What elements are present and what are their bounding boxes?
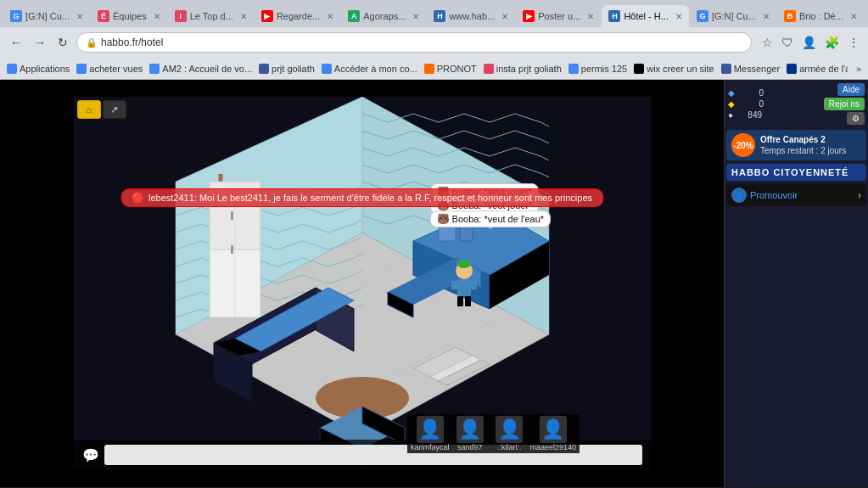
habbo-citoyennete[interactable]: HABBO CITOYENNETÉ <box>726 164 866 181</box>
bookmarks-bar: Applications acheter vues AM2 : Accueil … <box>0 58 868 80</box>
forward-button[interactable]: → <box>31 34 49 51</box>
svg-rect-37 <box>457 279 471 296</box>
tab-close-t5[interactable]: ✕ <box>412 12 419 21</box>
bookmarks-more-button[interactable]: » <box>856 64 861 74</box>
lock-icon: 🔒 <box>86 37 98 48</box>
bottom-user-maaeel29140[interactable]: 👤 maaeel29140 <box>529 416 576 452</box>
svg-rect-41 <box>465 296 471 306</box>
svg-rect-14 <box>231 211 233 220</box>
bookmark-item[interactable]: wix creer un site <box>634 64 714 74</box>
back-button[interactable]: ← <box>7 34 25 51</box>
bookmark-item[interactable]: permis 125 <box>568 64 627 74</box>
browser-tab-t3[interactable]: I Le Top d... ✕ <box>168 5 254 27</box>
browser-tab-t8[interactable]: H Hôtel - H... ✕ <box>602 5 689 27</box>
tab-favicon-t6: H <box>434 10 445 22</box>
diamond-icon-gold: ◆ <box>728 99 735 109</box>
nav-bar: ← → ↻ 🔒 habbo.fr/hotel ☆ 🛡 👤 🧩 ⋮ <box>0 27 868 58</box>
bookmark-item[interactable]: prjt goliath <box>259 64 315 74</box>
user-avatar-0: 👤 <box>417 416 444 443</box>
bottom-user-karimfaycal[interactable]: 👤 karimfaycal <box>411 416 450 452</box>
svg-text:🚪: 🚪 <box>216 173 225 182</box>
tab-label-t1: [G:N] Cu... <box>25 11 70 21</box>
tab-close-t7[interactable]: ✕ <box>587 12 594 21</box>
extensions-button[interactable]: 🧩 <box>823 34 841 51</box>
rejoins-button[interactable]: Rejoi ns <box>824 98 865 110</box>
browser-tab-t4[interactable]: ▶ Regarde... ✕ <box>255 5 340 27</box>
tab-close-t4[interactable]: ✕ <box>327 12 333 21</box>
new-tab-button[interactable]: + <box>865 6 868 21</box>
browser-tab-t6[interactable]: H www.hab... ✕ <box>427 5 515 27</box>
bookmark-item[interactable]: Messenger <box>721 64 780 74</box>
bookmark-icon <box>149 64 160 74</box>
bookmark-star-button[interactable]: ☆ <box>760 34 775 51</box>
bookmark-label: armée de l'air <box>799 64 848 74</box>
bookmark-item[interactable]: Applications <box>7 64 70 74</box>
tab-close-t8[interactable]: ✕ <box>675 12 682 21</box>
svg-rect-40 <box>457 296 463 306</box>
browser-tab-t9[interactable]: G [G:N] Cu... ✕ <box>690 5 776 27</box>
browser-tab-t5[interactable]: A Agoraps... ✕ <box>341 5 426 27</box>
system-message: 🔴 lebest2411: Moi Le best2411, je fais l… <box>120 188 603 207</box>
offer-text: Offre Canapés 2 Temps restant : 2 jours <box>760 134 846 156</box>
tab-close-t6[interactable]: ✕ <box>501 12 508 21</box>
home-button[interactable]: ⌂ <box>77 100 101 119</box>
gear-button[interactable]: ⚙ <box>847 112 865 125</box>
tab-label-t2: Équipes <box>113 11 147 21</box>
menu-button[interactable]: ⋮ <box>846 34 861 51</box>
diamond-icon-blue: ◆ <box>728 88 735 98</box>
bookmark-label: Applications <box>20 64 70 74</box>
address-bar[interactable]: 🔒 habbo.fr/hotel <box>76 32 752 53</box>
tab-label-t9: [G:N] Cu... <box>712 11 756 21</box>
tab-close-t1[interactable]: ✕ <box>76 12 83 21</box>
bookmark-icon <box>721 64 731 74</box>
promouvoir-row[interactable]: 👤 Promouvoir › <box>726 184 866 206</box>
bookmark-icon <box>7 64 17 74</box>
browser-tab-t1[interactable]: G [G:N] Cu... ✕ <box>3 5 90 27</box>
tab-favicon-t2: É <box>98 10 109 22</box>
tab-label-t5: Agoraps... <box>363 11 406 21</box>
tab-close-t3[interactable]: ✕ <box>240 12 247 21</box>
bookmarks-container: Applications acheter vues AM2 : Accueil … <box>7 64 848 74</box>
promouvoir-icon: 👤 <box>731 188 747 203</box>
browser-tab-t7[interactable]: ▶ Poster u... ✕ <box>516 5 601 27</box>
tab-favicon-t10: B <box>784 10 796 22</box>
account-icon-button[interactable]: 👤 <box>800 34 818 51</box>
bookmark-label: PRONOT <box>437 64 477 74</box>
game-area[interactable]: ⌂ ↗ 🐻 Booba: *veut jouer* 🐻 Booba: *veut… <box>0 80 724 487</box>
reload-button[interactable]: ↻ <box>54 34 71 51</box>
tab-bar: G [G:N] Cu... ✕ É Équipes ✕ I Le Top d..… <box>0 0 868 27</box>
bookmark-item[interactable]: insta prjt goliath <box>484 64 562 74</box>
bookmark-item[interactable]: PRONOT <box>424 64 477 74</box>
bookmark-item[interactable]: AM2 : Accueil de vo... <box>149 64 252 74</box>
nav-icons: ☆ 🛡 👤 🧩 ⋮ <box>760 34 861 51</box>
bottom-user-sand97[interactable]: 👤 sand97 <box>451 416 489 452</box>
content-area: ⌂ ↗ 🐻 Booba: *veut jouer* 🐻 Booba: *veut… <box>0 80 868 487</box>
stat-amount-3: 849 <box>736 110 762 120</box>
bookmark-label: prjt goliath <box>272 64 315 74</box>
bookmark-icon <box>424 64 434 74</box>
tab-close-t2[interactable]: ✕ <box>154 12 160 21</box>
tab-label-t8: Hôtel - H... <box>624 11 669 21</box>
offer-subtitle: Temps restant : 2 jours <box>760 145 846 156</box>
discount-badge: -20% <box>731 133 755 157</box>
tab-close-t10[interactable]: ✕ <box>850 12 857 21</box>
browser-tab-t2[interactable]: É Équipes ✕ <box>91 5 167 27</box>
bookmark-item[interactable]: Accéder à mon co... <box>322 64 417 74</box>
bookmark-item[interactable]: acheter vues <box>76 64 143 74</box>
bookmark-label: AM2 : Accueil de vo... <box>162 64 252 74</box>
promouvoir-button[interactable]: Promouvoir <box>750 190 854 200</box>
browser-tab-t10[interactable]: B Brio : Dé... ✕ <box>777 5 864 27</box>
aide-button[interactable]: Aide <box>837 83 865 96</box>
bottom-user-.:kilari:.[interactable]: 👤 .:kilari:. <box>490 416 528 452</box>
fullscreen-button[interactable]: ↗ <box>103 100 126 119</box>
shield-icon-button[interactable]: 🛡 <box>780 34 795 51</box>
offer-banner[interactable]: -20% Offre Canapés 2 Temps restant : 2 j… <box>726 130 866 160</box>
bookmark-label: Messenger <box>734 64 780 74</box>
tab-favicon-t9: G <box>697 10 708 22</box>
tabs-container: G [G:N] Cu... ✕ É Équipes ✕ I Le Top d..… <box>3 0 864 27</box>
user-name-1: sand97 <box>457 443 483 452</box>
bookmark-item[interactable]: armée de l'air <box>787 64 848 74</box>
stat-amount-1: 0 <box>738 88 764 98</box>
tab-close-t9[interactable]: ✕ <box>763 12 770 21</box>
bookmark-icon <box>787 64 797 74</box>
